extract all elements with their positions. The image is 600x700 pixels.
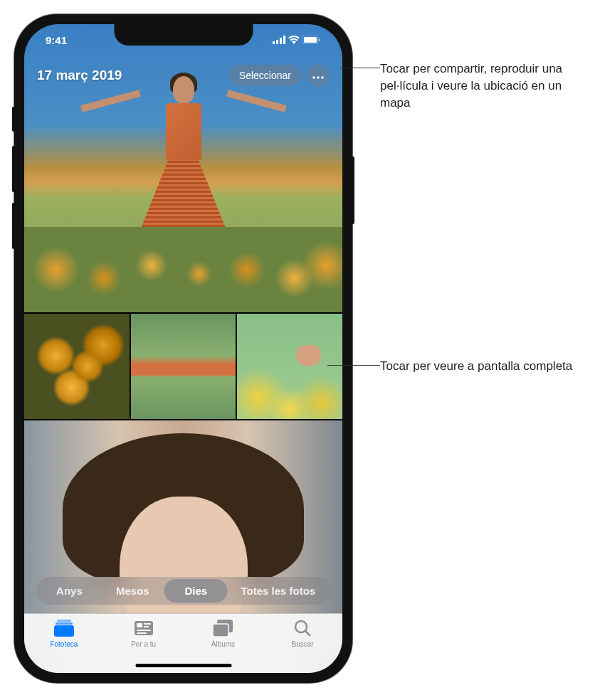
segment-days[interactable]: Dies: [164, 579, 228, 603]
segment-years[interactable]: Anys: [38, 579, 101, 603]
svg-line-22: [305, 631, 310, 635]
search-icon: [293, 618, 312, 638]
tab-library[interactable]: Fototeca: [24, 618, 104, 673]
photo-thumbnail[interactable]: [237, 314, 342, 419]
tab-label: Per a tu: [131, 640, 156, 648]
ellipsis-icon: [312, 69, 324, 82]
status-time: 9:41: [46, 34, 67, 46]
more-button[interactable]: [307, 64, 330, 87]
svg-rect-15: [144, 623, 151, 625]
date-title: 17 març 2019: [37, 68, 122, 83]
svg-rect-12: [54, 625, 74, 637]
photo-thumbnail[interactable]: [24, 314, 130, 419]
svg-rect-1: [276, 40, 278, 44]
tab-label: Buscar: [292, 640, 314, 648]
notch: [114, 24, 253, 46]
home-indicator[interactable]: [135, 664, 231, 667]
svg-point-8: [317, 76, 320, 79]
select-button[interactable]: Seleccionar: [229, 65, 301, 86]
svg-rect-16: [144, 626, 149, 627]
svg-rect-2: [280, 38, 282, 44]
svg-rect-18: [137, 632, 147, 634]
segment-months[interactable]: Mesos: [101, 579, 164, 603]
svg-rect-3: [283, 36, 285, 44]
svg-point-7: [312, 76, 315, 79]
albums-icon: [213, 618, 233, 638]
tab-label: Àlbums: [211, 640, 235, 648]
svg-point-9: [321, 76, 324, 79]
callout-thumbnail: Tocar per veure a pantalla completa: [327, 358, 572, 375]
for-you-icon: [134, 618, 154, 638]
screen: 9:41: [24, 24, 342, 673]
svg-rect-0: [273, 41, 275, 44]
svg-rect-6: [319, 38, 320, 41]
tab-search[interactable]: Buscar: [263, 618, 342, 673]
photo-thumbnail[interactable]: [131, 314, 236, 419]
phone-frame: 9:41: [14, 14, 352, 683]
svg-rect-14: [137, 623, 142, 627]
svg-rect-10: [57, 620, 71, 622]
callout-more-button: Tocar per compartir, reproduir una pel·l…: [340, 60, 594, 111]
svg-rect-5: [304, 37, 317, 43]
svg-rect-20: [213, 624, 228, 637]
cellular-signal-icon: [273, 36, 285, 44]
battery-icon: [302, 36, 321, 44]
svg-rect-17: [137, 630, 151, 631]
callout-text: Tocar per compartir, reproduir una pel·l…: [380, 60, 594, 111]
view-segment-control: Anys Mesos Dies Totes les fotos: [36, 577, 331, 605]
svg-rect-11: [56, 622, 73, 625]
segment-all-photos[interactable]: Totes les fotos: [228, 579, 329, 603]
wifi-icon: [288, 36, 300, 44]
tab-label: Fototeca: [50, 640, 78, 648]
library-icon: [54, 618, 74, 638]
callout-text: Tocar per veure a pantalla completa: [380, 358, 572, 375]
